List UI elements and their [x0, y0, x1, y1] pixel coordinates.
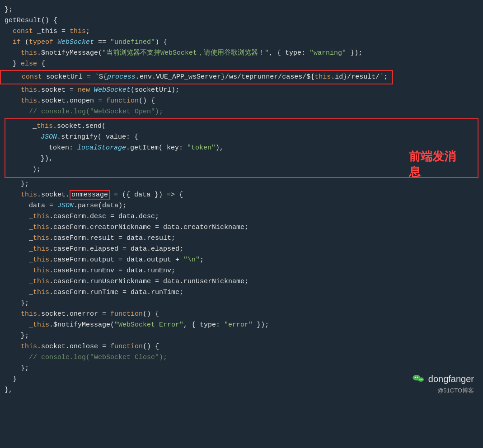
code-line-20: _this.caseForm.creatorNickname = data.cr…	[0, 222, 483, 233]
line-text: }),	[8, 154, 53, 164]
line-text: _this.caseForm.desc = data.desc;	[5, 211, 159, 222]
code-line-9: this.socket.onopen = function() {	[0, 96, 483, 107]
code-line-26: _this.caseForm.runTime = data.runTime;	[0, 287, 483, 298]
svg-point-4	[419, 379, 420, 380]
code-line-25: _this.caseForm.runUserNickname = data.ru…	[0, 276, 483, 287]
svg-point-5	[421, 379, 422, 380]
line-text: } else {	[5, 59, 45, 70]
code-line-17: this.socket.onmessage = ({ data }) => {	[0, 190, 483, 201]
line-text: // console.log("WebSocket Close");	[5, 352, 167, 363]
svg-point-3	[418, 378, 424, 382]
line-text: _this.caseForm.output = data.output + "\…	[5, 255, 204, 266]
line-text: this.socket = new WebSocket(socketUrl);	[5, 85, 179, 96]
line-text: this.socket.onopen = function() {	[5, 96, 155, 107]
code-line-7: const socketUrl = `${process.env.VUE_APP…	[0, 70, 483, 85]
line-text: this.socket.onmessage = ({ data }) => {	[5, 190, 183, 201]
annotation-text: 前端发消 息	[409, 149, 456, 180]
line-text: const socketUrl = `${process.env.VUE_APP…	[0, 70, 393, 84]
wechat-icon	[412, 373, 425, 385]
line-text: _this.socket.send(	[8, 121, 106, 132]
code-line-2: getResult() {	[0, 15, 483, 26]
footer: dongfanger @51CTO博客	[412, 372, 474, 396]
line-text: };	[5, 363, 29, 374]
code-line-11: _this.socket.send(	[8, 121, 475, 132]
line-text: const _this = this;	[5, 26, 90, 37]
line-text: };	[5, 179, 29, 190]
line-text: _this.$notifyMessage("WebSocket Error", …	[5, 320, 269, 331]
line-text: }	[5, 374, 17, 385]
code-line-33: };	[0, 363, 483, 374]
code-line-21: _this.caseForm.result = data.result;	[0, 233, 483, 244]
footer-brand: dongfanger	[412, 372, 474, 386]
line-text: _this.caseForm.runEnv = data.runEnv;	[5, 266, 175, 276]
line-text: _this.caseForm.elapsed = data.elapsed;	[5, 244, 183, 255]
code-line-28: this.socket.onerror = function() {	[0, 309, 483, 320]
svg-point-1	[414, 377, 416, 378]
code-line-12: JSON.stringify( value: {	[8, 132, 475, 143]
line-text: };	[5, 5, 13, 15]
code-line-22: _this.caseForm.elapsed = data.elapsed;	[0, 244, 483, 255]
line-text: _this.caseForm.runTime = data.runTime;	[5, 287, 183, 298]
line-text: this.$notifyMessage("当前浏览器不支持WebSocket，请…	[5, 48, 362, 59]
code-line-29: _this.$notifyMessage("WebSocket Error", …	[0, 320, 483, 331]
code-line-31: this.socket.onclose = function() {	[0, 341, 483, 352]
code-line-3: const _this = this;	[0, 26, 483, 37]
code-line-5: this.$notifyMessage("当前浏览器不支持WebSocket，请…	[0, 48, 483, 59]
code-line-16: };	[0, 179, 483, 190]
code-line-24: _this.caseForm.runEnv = data.runEnv;	[0, 266, 483, 276]
line-text: JSON.stringify( value: {	[8, 132, 138, 143]
code-line-13: token: localStorage.getItem( key: "token…	[8, 143, 475, 154]
code-line-4: if (typeof WebSocket == "undefined") {	[0, 37, 483, 48]
code-line-19: _this.caseForm.desc = data.desc;	[0, 211, 483, 222]
code-line-23: _this.caseForm.output = data.output + "\…	[0, 255, 483, 266]
line-text: // console.log("WebSocket Open");	[5, 107, 163, 117]
footer-subtitle: @51CTO博客	[437, 386, 474, 396]
line-text: },	[5, 385, 13, 396]
brand-name: dongfanger	[428, 372, 474, 386]
code-line-1: };	[0, 5, 483, 15]
code-line-27: };	[0, 298, 483, 309]
line-text: getResult() {	[5, 15, 57, 26]
line-text: this.socket.onclose = function() {	[5, 341, 159, 352]
line-text: };	[5, 298, 29, 309]
code-line-35: },	[0, 385, 483, 396]
code-container: }; getResult() { const _this = this; if …	[0, 0, 483, 400]
code-line-10: // console.log("WebSocket Open");	[0, 107, 483, 117]
line-text: };	[5, 331, 29, 341]
code-line-18: data = JSON.parse(data);	[0, 201, 483, 211]
code-line-14: }),	[8, 154, 475, 164]
line-text: );	[8, 164, 41, 175]
code-line-32: // console.log("WebSocket Close");	[0, 352, 483, 363]
code-line-15: );	[8, 164, 475, 175]
line-text: _this.caseForm.runUserNickname = data.ru…	[5, 276, 249, 287]
svg-point-2	[417, 377, 418, 378]
line-text: _this.caseForm.creatorNickname = data.cr…	[5, 222, 249, 233]
code-line-34: }	[0, 374, 483, 385]
code-line-30: };	[0, 331, 483, 341]
line-text: token: localStorage.getItem( key: "token…	[8, 143, 224, 154]
line-text: this.socket.onerror = function() {	[5, 309, 159, 320]
code-line-6: } else {	[0, 59, 483, 70]
line-text: _this.caseForm.result = data.result;	[5, 233, 175, 244]
code-box-send: _this.socket.send( JSON.stringify( value…	[5, 118, 478, 178]
onmessage-highlight: onmessage	[70, 190, 110, 200]
line-text: data = JSON.parse(data);	[5, 201, 127, 211]
line-text: if (typeof WebSocket == "undefined") {	[5, 37, 167, 48]
code-line-8: this.socket = new WebSocket(socketUrl);	[0, 85, 483, 96]
